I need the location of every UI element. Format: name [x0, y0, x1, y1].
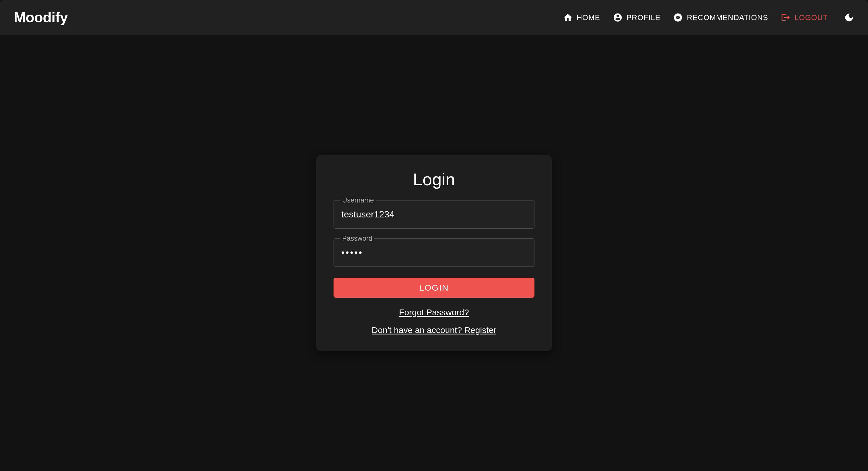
username-label: Username — [340, 196, 376, 204]
profile-icon — [613, 12, 623, 22]
moon-icon — [844, 12, 854, 23]
password-label: Password — [340, 234, 374, 242]
login-button[interactable]: LOGIN — [334, 278, 534, 298]
register-link[interactable]: Don't have an account? Register — [372, 325, 496, 335]
register-row: Don't have an account? Register — [334, 325, 534, 335]
nav-logout-label: LOGOUT — [795, 13, 828, 22]
brand-logo[interactable]: Moodify — [14, 9, 68, 26]
forgot-password-link[interactable]: Forgot Password? — [399, 307, 469, 317]
main-content: Login Username Password LOGIN Forgot Pas… — [0, 35, 868, 471]
nav-logout[interactable]: LOGOUT — [781, 12, 828, 22]
username-input[interactable] — [334, 200, 534, 229]
username-field-group: Username — [334, 200, 534, 229]
logout-icon — [781, 12, 790, 22]
nav-home-label: HOME — [577, 13, 600, 22]
navbar: Moodify HOME PROFILE RECOMMENDATIONS LOG… — [0, 0, 868, 35]
password-input[interactable] — [334, 238, 534, 267]
login-card: Login Username Password LOGIN Forgot Pas… — [316, 155, 552, 351]
theme-toggle[interactable] — [844, 12, 854, 23]
password-field-group: Password — [334, 238, 534, 267]
nav-recommendations[interactable]: RECOMMENDATIONS — [673, 12, 768, 22]
nav-links: HOME PROFILE RECOMMENDATIONS LOGOUT — [563, 12, 854, 23]
nav-profile[interactable]: PROFILE — [613, 12, 660, 22]
nav-profile-label: PROFILE — [627, 13, 660, 22]
home-icon — [563, 12, 572, 22]
forgot-password-row: Forgot Password? — [334, 307, 534, 317]
login-title: Login — [334, 170, 534, 189]
recommendations-icon — [673, 12, 683, 22]
nav-recommendations-label: RECOMMENDATIONS — [687, 13, 768, 22]
nav-home[interactable]: HOME — [563, 12, 600, 22]
